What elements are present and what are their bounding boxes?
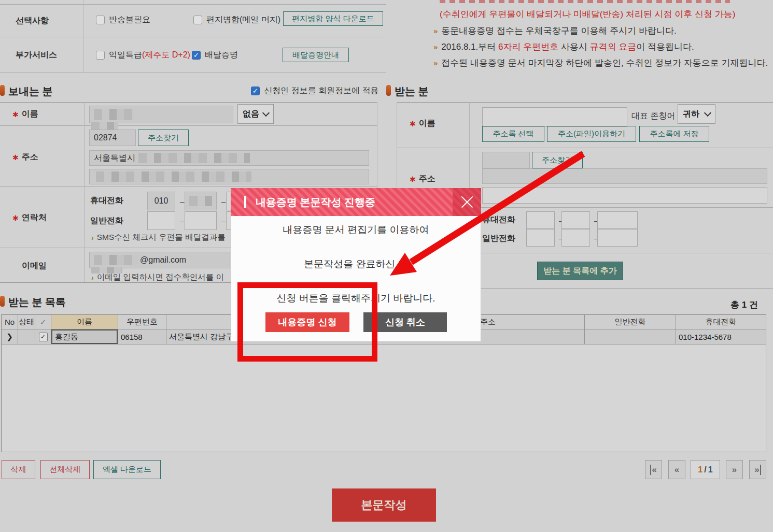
title-bar-icon bbox=[244, 196, 246, 208]
modal-body: 내용증명 문서 편집기를 이용하여 본문작성을 완료하신 후 신청 버튼을 클릭… bbox=[231, 216, 481, 342]
modal-message-line1: 내용증명 문서 편집기를 이용하여 bbox=[231, 223, 481, 237]
recipient-address2-input[interactable] bbox=[482, 187, 767, 204]
row-name-cell: 홍길동 bbox=[51, 329, 118, 344]
compose-body-button[interactable]: 본문작성 bbox=[332, 488, 436, 522]
note-window-submit: » 동문내용증명 접수는 우체국창구를 이용해 주시기 바랍니다. bbox=[433, 25, 677, 37]
delete-all-button[interactable]: 전체삭제 bbox=[40, 460, 90, 479]
recipient-tel-part3-input[interactable] bbox=[597, 229, 638, 247]
dash: – bbox=[180, 217, 184, 225]
express-checkbox[interactable] bbox=[96, 51, 105, 60]
pagination-next-button[interactable]: » bbox=[726, 460, 743, 479]
row-name-input[interactable]: 홍길동 bbox=[51, 329, 118, 344]
sender-name-input[interactable] bbox=[89, 106, 233, 123]
recipient-mobile-part1-input[interactable] bbox=[526, 211, 555, 229]
pagination-page-indicator: 1/1 bbox=[691, 460, 720, 479]
recipient-name-row-label: ✱이름 bbox=[410, 118, 435, 129]
sender-postal-input[interactable]: 02874 bbox=[89, 130, 136, 146]
recipient-list-title: 받는 분 목록 bbox=[8, 295, 66, 309]
note-auto-fill: » 접수된 내용증명 문서 마지막장 하단에 발송인, 수취인 정보가 자동으로… bbox=[433, 57, 768, 69]
redacted-name bbox=[91, 122, 118, 130]
recipient-mobile-label: 휴대전화 bbox=[482, 214, 515, 225]
col-header-status: 상태 bbox=[18, 315, 35, 329]
col-header-postal: 우편번호 bbox=[118, 315, 166, 329]
sender-mobile-label: 휴대전화 bbox=[90, 195, 123, 206]
address-file-button[interactable]: 주소(파일)이용하기 bbox=[547, 126, 636, 142]
sender-address-search-button[interactable]: 주소찾기 bbox=[138, 130, 189, 146]
delete-button[interactable]: 삭제 bbox=[2, 460, 35, 479]
sender-mobile-part2-input[interactable] bbox=[185, 192, 217, 210]
addressbook-save-button[interactable]: 주소록에 저장 bbox=[639, 126, 709, 142]
apply-member-info-option: ✓ 신청인 정보를 회원정보에 적용 bbox=[251, 85, 378, 96]
row-expand-icon[interactable]: ❯ bbox=[2, 329, 18, 344]
recipient-addr-row-label: ✱주소 bbox=[410, 174, 435, 184]
sender-addr-row-label: ✱주소 bbox=[12, 152, 38, 163]
recipient-section-title: 받는 분 bbox=[395, 84, 429, 98]
note-bullet-icon: › bbox=[91, 274, 94, 282]
no-return-checkbox[interactable] bbox=[96, 16, 105, 24]
merge-template-download-button[interactable]: 편지병합 양식 다운로드 bbox=[283, 11, 383, 26]
sender-suffix-select[interactable]: 없음 bbox=[237, 104, 274, 124]
addressbook-select-button[interactable]: 주소록 선택 bbox=[482, 126, 544, 142]
express-option: 익일특급(제주도 D+2) bbox=[96, 50, 190, 61]
recipient-postal-input[interactable] bbox=[482, 152, 530, 168]
modal-message-line2: 본문작성을 완료하신 후 bbox=[231, 257, 481, 271]
recipient-mobile-part3-input[interactable] bbox=[597, 211, 638, 229]
close-button[interactable] bbox=[453, 188, 481, 216]
cancel-apply-button[interactable]: 신청 취소 bbox=[363, 312, 447, 332]
sender-tel-part2-input[interactable] bbox=[185, 211, 217, 230]
row-checkbox[interactable]: ✓ bbox=[39, 333, 48, 341]
recipient-name-input[interactable] bbox=[482, 107, 627, 127]
modal-header: 내용증명 본문작성 진행중 bbox=[231, 188, 481, 216]
sender-email-row-label: 이메일 bbox=[22, 261, 47, 271]
divider bbox=[0, 4, 386, 5]
mail-merge-label: 편지병합(메일 머지) bbox=[206, 15, 280, 25]
sender-tel-label: 일반전화 bbox=[90, 215, 123, 226]
modal-title: 내용증명 본문작성 진행중 bbox=[256, 195, 375, 209]
sender-email-note: ›이메일 입력하시면 접수확인서를 이 bbox=[91, 272, 224, 283]
pagination-prev-button[interactable]: « bbox=[668, 460, 685, 479]
check-icon: ✓ bbox=[193, 51, 199, 59]
sender-address2-input[interactable] bbox=[89, 169, 369, 184]
redacted-name bbox=[94, 109, 134, 120]
divider bbox=[397, 148, 773, 148]
apply-member-checkbox[interactable]: ✓ bbox=[251, 87, 260, 95]
prev-page-icon: « bbox=[674, 465, 679, 475]
apply-member-label: 신청인 정보를 회원정보에 적용 bbox=[264, 85, 378, 96]
sender-address1-input[interactable]: 서울특별시 bbox=[89, 150, 369, 166]
sender-email-input[interactable]: @gmail.com bbox=[89, 252, 230, 268]
first-page-icon: « bbox=[650, 465, 656, 475]
add-to-recipient-list-button[interactable]: 받는 분 목록에 추가 bbox=[537, 262, 623, 280]
row-status bbox=[18, 329, 35, 344]
row-mobile: 010-1234-5678 bbox=[676, 329, 766, 344]
pagination-last-button[interactable]: » bbox=[749, 460, 766, 479]
recipient-tel-part2-input[interactable] bbox=[561, 229, 590, 247]
delivery-proof-checkbox[interactable]: ✓ bbox=[192, 51, 201, 60]
dash: – bbox=[221, 197, 226, 206]
recipient-tel-part1-input[interactable] bbox=[526, 229, 555, 247]
no-return-option: 반송불필요 bbox=[96, 15, 150, 25]
row-postal: 06158 bbox=[118, 329, 166, 344]
recipient-address1-input[interactable] bbox=[482, 168, 767, 184]
col-header-check-icon[interactable]: ✓ bbox=[35, 315, 51, 329]
sender-section-title: 보내는 분 bbox=[8, 84, 53, 98]
chevron-down-icon bbox=[704, 109, 711, 117]
pagination-first-button[interactable]: « bbox=[645, 460, 662, 479]
express-label: 익일특급(제주도 D+2) bbox=[109, 50, 190, 61]
divider bbox=[0, 186, 377, 187]
excel-download-button[interactable]: 엑셀 다운로드 bbox=[93, 460, 161, 479]
delivery-proof-label: 배달증명 bbox=[205, 50, 238, 61]
divider bbox=[0, 73, 386, 73]
divider bbox=[83, 0, 83, 73]
recipient-mobile-part2-input[interactable] bbox=[561, 211, 590, 229]
redacted-email bbox=[94, 255, 138, 265]
clipped-text-fragment bbox=[440, 0, 730, 3]
recipient-address-search-button[interactable]: 주소찾기 bbox=[532, 152, 583, 168]
honorific-select[interactable]: 귀하 bbox=[678, 104, 715, 124]
note-bullet-icon: » bbox=[433, 59, 438, 67]
apply-content-proof-button[interactable]: 내용증명 신청 bbox=[265, 312, 349, 332]
delivery-proof-info-button[interactable]: 배달증명안내 bbox=[283, 48, 349, 62]
mail-merge-checkbox[interactable] bbox=[193, 16, 202, 24]
sender-mobile-part1-input[interactable]: 010 bbox=[147, 192, 175, 210]
last-page-icon: » bbox=[754, 465, 761, 475]
sender-tel-part1-input[interactable] bbox=[147, 211, 175, 230]
